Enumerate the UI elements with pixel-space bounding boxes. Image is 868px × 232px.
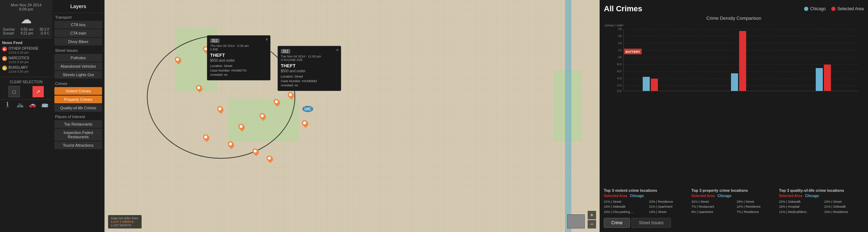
chart-title: Crime Density Comparison [604,16,864,21]
quality-selected-items: 22% | Sidewalk 16% | Hospital 11% | Medi… [779,199,819,214]
polygon-tool-icon[interactable]: ◻ [8,86,20,97]
transport-icons: 🚶 🚲 🚗 🚌 [0,100,52,109]
crime-density-chart: crimes / mile² 18 16 14 12 10 8.0 6.0 4.… [604,22,864,93]
popup-2-close-button[interactable]: × [336,48,339,53]
quality-selected-3: 11% | Medical/dent... [779,209,819,214]
weather-icon: ☁ [3,13,49,26]
cta-train-button[interactable]: CTA train [54,29,102,37]
walk-icon[interactable]: 🚶 [4,101,11,108]
property-stats-title: Top 3 property crime locations [691,188,776,193]
street-issues-group-title: Street Issues [52,46,104,53]
property-chicago-1: 29% | Street [737,199,776,204]
top-restaurants-button[interactable]: Top Restaurants [54,120,102,128]
chicago-dot [804,7,808,11]
transport-group-title: Transport [52,13,104,20]
property-stats-col: Top 3 property crime locations Selected … [691,188,776,214]
zoom-out-button[interactable]: − [588,220,596,228]
chart-section: Crime Density Comparison crimes / mile² … [604,16,864,185]
news-item-1: ▶ OTHER OFFENSE 11/16 5:35 pm [2,46,50,54]
property-selected-sub: Selected Area [691,194,715,198]
car-icon[interactable]: 🚗 [29,101,36,108]
places-group-title: Places of Interest [52,112,104,120]
crime-tab[interactable]: Crime [604,218,630,228]
right-header: All Crimes Chicago Selected Area [604,4,864,13]
svg-text:crimes / mile²: crimes / mile² [605,24,624,27]
svg-text:18: 18 [618,27,622,31]
path-tool-icon[interactable]: ↗ [32,86,44,97]
svg-text:4.0: 4.0 [617,77,622,80]
property-selected-2: 7% | Restaurant [691,204,731,209]
property-sub-header: Selected Area Chicago [691,194,776,198]
chart-legend: Chicago Selected Area [804,6,864,11]
popup-1-detail: Location: Street Case Number: HX496770 A… [210,64,267,77]
bus-icon[interactable]: 🚌 [41,101,48,108]
violent-crimes-button[interactable]: Violent Crimes [54,87,102,95]
property-chicago-3: 7% | Residence [737,209,776,214]
street-lights-button[interactable]: Streets Lights Out [54,71,102,79]
property-crimes-button[interactable]: Property Crimes [54,96,102,103]
quality-chicago-1: 24% | Street [824,199,864,204]
map-container[interactable]: × 311 Thu Nov 06 2014 - 5:30 am 5 BIB TH… [105,0,600,232]
inspection-failed-button[interactable]: Inspection Failed Restaurants [54,129,102,141]
popup-1-close-button[interactable]: × [266,37,268,42]
news-item-2: ▶ NARCOTICS 11/16 5:50 pm [2,56,50,64]
property-selected-1: 31% | Street [691,199,731,204]
violent-selected-2: 15% | Sidewalk [604,204,643,209]
clear-selection-button[interactable]: CLEAR SELECTION [2,79,50,85]
popup-1-type: THEFT [210,53,267,58]
news-text-2: NARCOTICS 11/16 5:50 pm [8,56,29,64]
layers-title: Layers [52,0,104,13]
news-badge-1: ▶ [2,47,7,51]
sunset-time: 4:22 pm [20,31,33,35]
crimes-group-title: Crimes [52,79,104,86]
tourist-attractions-button[interactable]: Tourist Attractions [54,141,102,149]
uic-badge: UIC [302,106,313,112]
bike-icon[interactable]: 🚲 [17,101,24,108]
violent-chicago-bar [643,77,650,91]
news-item-3: ▶ BURGLARY 11/16 5:55 pm [2,65,50,73]
quality-selected-bar [824,65,831,91]
map-data-notice: Data not older than: LAST 2 WEEKS LAST M… [108,215,142,228]
svg-text:2.0: 2.0 [617,84,622,87]
violent-sub-header: Selected Area Chicago [604,194,689,198]
river [565,0,571,232]
weather-row2: Sunset 4:22 pm -0.9 C [3,31,49,35]
street-issues-tab[interactable]: Street Issues [631,218,671,228]
legend-chicago: Chicago [804,6,826,11]
quality-chicago-items: 24% | Street 21% | Sidewalk 10% | Reside… [824,199,864,214]
svg-text:BATTERY: BATTERY [625,50,640,54]
property-chicago-items: 29% | Street 12% | Residence 7% | Reside… [737,199,776,214]
layers-panel: Layers Transport CTA bus CTA train Divvy… [52,0,105,232]
crime-popup-1: × 311 Thu Nov 06 2014 - 5:30 am 5 BIB TH… [207,35,270,80]
violent-chicago-sub: Chicago [630,194,644,198]
selected-label: Selected Area [837,6,864,11]
potholes-button[interactable]: Potholes [54,54,102,62]
property-selected-items: 31% | Street 7% | Restaurant 9% | Apartm… [691,199,731,214]
weather-section: Mon Nov 24 2014 6:09 pm ☁ Sunrise 6:55 a… [0,0,52,38]
news-text-3: BURGLARY 11/16 5:55 pm [8,65,29,73]
zoom-in-button[interactable]: + [588,211,596,219]
popup-1-badge: 311 [210,38,220,43]
map-thumbnail [567,214,585,228]
selected-dot [831,7,836,11]
violent-stats-col: Top 3 violent crime locations Selected A… [604,188,689,214]
svg-text:10: 10 [618,55,622,59]
violent-chicago-3: 14% | Street [649,209,689,214]
news-badge-2: ▶ [2,56,7,61]
popup-1-amount: $500 and under [210,59,267,62]
control-icons: ◻ ↗ [2,86,50,97]
right-panel: All Crimes Chicago Selected Area Crime D… [600,0,868,232]
popup-2-detail: Location: Street Case Number: HX495682 A… [281,74,338,88]
property-selected-3: 9% | Apartment [691,209,731,214]
divvy-bikes-button[interactable]: Divvy Bikes [54,38,102,45]
quality-chicago-bar [816,68,823,91]
quality-life-crimes-button[interactable]: Quality-of-life Crimes [54,104,102,112]
popup-1-date: Thu Nov 06 2014 - 5:30 am 5 BIB [210,44,267,51]
violent-selected-1: 21% | Street [604,199,643,204]
abandoned-vehicles-button[interactable]: Abandoned Vehicles [54,62,102,70]
violent-chicago-items: 23% | Residence 21% | Apartment 14% | St… [649,199,689,214]
violent-stats-items: 21% | Street 15% | Sidewalk 10% | Cha pa… [604,199,689,214]
property-chicago-sub: Chicago [718,194,731,198]
sunset-label: Sunset [3,31,14,35]
cta-bus-button[interactable]: CTA bus [54,21,102,29]
